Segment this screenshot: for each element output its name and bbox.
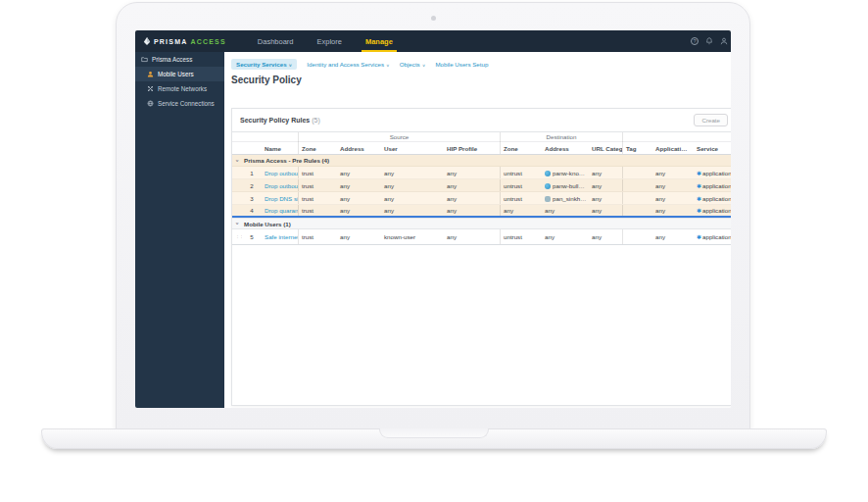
group-label: Mobile Users (1) — [242, 221, 731, 227]
create-rule-button[interactable]: Create — [694, 114, 728, 126]
sidebar-item-prisma-access[interactable]: Prisma Access — [135, 52, 224, 67]
dst-address-cell: any — [542, 207, 589, 214]
src-address-cell: any — [337, 207, 381, 214]
table-header-row: Name Zone Address User HIP Profile Zone … — [232, 142, 731, 155]
tag-cell — [622, 229, 652, 244]
rule-name-link[interactable]: Safe internet — [262, 233, 298, 240]
sidebar-item-label: Prisma Access — [152, 56, 192, 63]
application-default-icon: ✱ — [697, 208, 701, 214]
rule-row-5[interactable]: ⋮⋮ 5 Safe internet trust any known-user … — [232, 229, 731, 245]
service-connections-icon — [147, 100, 154, 107]
dst-zone-cell: any — [500, 205, 542, 216]
col-hip-profile[interactable]: HIP Profile — [444, 145, 500, 152]
src-address-cell: any — [337, 195, 381, 202]
remote-networks-icon — [147, 85, 154, 92]
tab-explore[interactable]: Explore — [308, 30, 352, 52]
dst-address-cell: pan_sinkh… — [542, 195, 589, 202]
hip-cell: any — [444, 195, 500, 202]
notifications-bell-icon[interactable] — [705, 37, 713, 45]
card-header: Security Policy Rules (5) Create — [232, 109, 731, 131]
application-cell: any — [652, 170, 694, 176]
dst-zone-cell: untrust — [500, 229, 542, 244]
col-url-category[interactable]: URL Category — [589, 145, 622, 152]
dst-zone-cell: untrust — [500, 179, 542, 191]
col-src-zone[interactable]: Zone — [298, 142, 337, 154]
camera-dot — [431, 16, 436, 21]
col-src-address[interactable]: Address — [337, 145, 381, 152]
page-title: Security Policy — [224, 70, 731, 85]
tag-cell — [622, 179, 652, 191]
col-name[interactable]: Name — [262, 145, 298, 152]
url-category-cell: any — [589, 170, 622, 176]
breadcrumb-objects[interactable]: Objects ∨ — [400, 61, 426, 68]
src-address-cell: any — [337, 233, 381, 240]
sidebar-item-label: Mobile Users — [158, 71, 194, 77]
external-dynamic-list-icon — [545, 183, 551, 189]
brand-access: ACCESS — [190, 38, 225, 45]
application-cell: any — [652, 195, 694, 202]
sidebar-item-label: Remote Networks — [158, 85, 207, 92]
source-group-header: Source — [298, 132, 500, 142]
rule-name-link[interactable]: Drop DNS sin… — [262, 195, 298, 202]
src-address-cell: any — [337, 170, 381, 176]
table-group-header-row: Source Destination — [232, 132, 731, 142]
col-tag[interactable]: Tag — [622, 142, 652, 154]
external-dynamic-list-icon — [545, 171, 551, 176]
mobile-users-icon — [147, 71, 154, 77]
help-icon[interactable]: ? — [691, 37, 699, 45]
hip-cell: any — [444, 170, 500, 176]
url-category-cell: any — [589, 233, 622, 240]
folder-icon — [141, 56, 148, 63]
application-default-icon: ✱ — [697, 196, 701, 202]
sidebar-item-remote-networks[interactable]: Remote Networks — [135, 81, 224, 96]
url-category-cell: any — [589, 195, 622, 202]
rule-row-1[interactable]: 1 Drop outboun… trust any any any untrus… — [232, 167, 731, 179]
dst-address-cell: panw-bull… — [542, 182, 589, 189]
user-icon[interactable] — [720, 37, 728, 45]
col-dst-address[interactable]: Address — [542, 145, 589, 152]
rule-number: 4 — [242, 207, 262, 214]
col-user[interactable]: User — [381, 145, 444, 152]
rule-row-2[interactable]: 2 Drop outboun… trust any any any untrus… — [232, 179, 731, 192]
group-row-pre-rules[interactable]: ∨ Prisma Access - Pre Rules (4) — [232, 155, 731, 167]
chevron-down-icon: ∨ — [422, 62, 426, 67]
rule-name-link[interactable]: Drop quaranti… — [262, 207, 298, 214]
destination-group-header: Destination — [500, 132, 622, 142]
sidebar-item-service-connections[interactable]: Service Connections — [135, 96, 224, 111]
application-default-icon: ✱ — [697, 171, 701, 176]
src-address-cell: any — [337, 182, 381, 189]
col-application[interactable]: Applicati… — [652, 145, 694, 152]
application-cell: any — [652, 207, 694, 214]
rule-row-3[interactable]: 3 Drop DNS sin… trust any any any untrus… — [232, 192, 731, 205]
rule-name-link[interactable]: Drop outboun… — [262, 170, 298, 176]
breadcrumb-mobile-users-setup[interactable]: Mobile Users Setup — [435, 61, 488, 68]
tab-manage[interactable]: Manage — [356, 30, 403, 52]
tab-dashboard[interactable]: Dashboard — [248, 30, 304, 52]
col-dst-zone[interactable]: Zone — [500, 142, 542, 154]
group-row-mobile-users[interactable]: ∨ Mobile Users (1) — [232, 218, 731, 229]
service-cell: ✱application-d… — [694, 195, 731, 202]
application-default-icon: ✱ — [697, 183, 701, 189]
hip-cell: any — [444, 182, 500, 189]
collapse-chevron-icon[interactable]: ∨ — [232, 222, 242, 226]
screen: PRISMA ACCESS Dashboard Explore Manage ? — [135, 30, 731, 408]
breadcrumb-security-services[interactable]: Security Services ∨ — [231, 59, 297, 70]
sinkhole-address-icon — [545, 196, 551, 202]
application-cell: any — [652, 182, 694, 189]
hip-cell: any — [444, 233, 500, 240]
rule-number: 5 — [242, 233, 262, 240]
drag-handle[interactable]: ⋮⋮ — [232, 235, 242, 239]
src-zone-cell: trust — [298, 192, 337, 204]
sidebar-item-mobile-users[interactable]: Mobile Users — [135, 67, 224, 81]
col-service[interactable]: Service — [694, 145, 731, 152]
collapse-chevron-icon[interactable]: ∨ — [232, 158, 242, 162]
chevron-down-icon: ∨ — [386, 62, 390, 67]
breadcrumb-identity-access-services[interactable]: Identity and Access Services ∨ — [307, 61, 389, 68]
src-zone-cell: trust — [298, 179, 337, 191]
rule-row-4[interactable]: 4 Drop quaranti… trust any any any any a… — [232, 205, 731, 218]
tag-cell — [622, 205, 652, 216]
prisma-logo-icon — [143, 37, 151, 45]
sidebar: Prisma Access Mobile Users Remote N — [135, 52, 224, 408]
user-cell: any — [381, 170, 444, 176]
rule-name-link[interactable]: Drop outboun… — [262, 182, 298, 189]
